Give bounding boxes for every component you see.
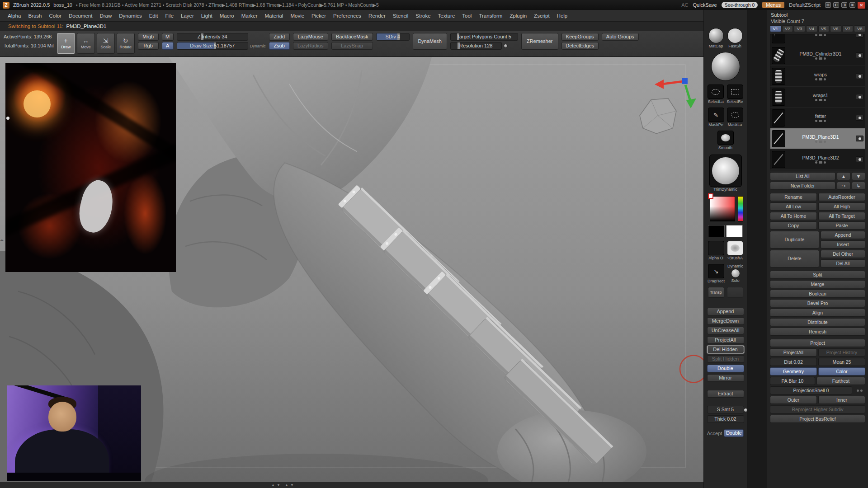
projectall-button[interactable]: ProjectAll bbox=[707, 336, 744, 344]
accept-double-button[interactable]: Double bbox=[724, 429, 744, 437]
double-button[interactable]: Double bbox=[707, 365, 744, 372]
menu-item-zplugin[interactable]: Zplugin bbox=[506, 12, 530, 20]
paste-button[interactable]: Paste bbox=[818, 221, 865, 230]
view-button-v5[interactable]: V5 bbox=[818, 25, 830, 32]
alpha-off-button[interactable] bbox=[708, 241, 724, 255]
project-basrelief-button[interactable]: Project BasRelief bbox=[770, 415, 865, 423]
menu-item-transform[interactable]: Transform bbox=[476, 12, 505, 20]
panel-left-icon[interactable]: ◧ bbox=[833, 2, 839, 8]
scale-mode-button[interactable]: ⇲ Scale bbox=[97, 33, 115, 54]
menu-item-stroke[interactable]: Stroke bbox=[412, 12, 434, 20]
menu-item-render[interactable]: Render bbox=[365, 12, 389, 20]
rgb-button[interactable]: Rgb bbox=[138, 42, 159, 50]
view-button-v7[interactable]: V7 bbox=[842, 25, 854, 32]
current-material-sphere[interactable] bbox=[711, 52, 740, 81]
z-intensity-slider[interactable]: Z Intensity 34 bbox=[177, 33, 248, 41]
active-brush-preview[interactable] bbox=[709, 155, 742, 187]
transp-button[interactable]: Transp bbox=[708, 287, 724, 298]
subtool-row[interactable]: PM3D_Cylinder3D1 bbox=[770, 45, 865, 66]
pa-blur-slider[interactable]: PA Blur 10 bbox=[770, 377, 815, 385]
move-out-folder-icon[interactable]: ↳ bbox=[852, 182, 865, 190]
resolution-slider[interactable]: Resolution 128 bbox=[450, 42, 502, 50]
del-other-button[interactable]: Del Other bbox=[821, 250, 865, 258]
visibility-eye-icon[interactable] bbox=[856, 52, 863, 58]
menu-item-color[interactable]: Color bbox=[46, 12, 64, 20]
mrgb-button[interactable]: Mrgb bbox=[138, 33, 159, 41]
align-button[interactable]: Align bbox=[770, 309, 865, 317]
dist-slider[interactable]: Dist 0.02 bbox=[770, 358, 817, 366]
close-window-button[interactable]: ✕ bbox=[858, 2, 865, 9]
mask-pen-brush-button[interactable]: ✎ bbox=[708, 108, 724, 122]
visibility-eye-icon[interactable] bbox=[856, 94, 863, 100]
mergedown-button[interactable]: MergeDown bbox=[707, 317, 744, 325]
menu-item-document[interactable]: Document bbox=[66, 12, 95, 20]
target-polygons-slider[interactable]: Target Polygons Count 5 bbox=[450, 33, 518, 41]
delete-button[interactable]: Delete bbox=[770, 250, 819, 267]
split-button[interactable]: Split bbox=[770, 271, 865, 279]
insert-subtool-button[interactable]: Insert bbox=[821, 240, 865, 249]
stroke-type-button[interactable]: ↘ bbox=[708, 264, 724, 278]
rename-button[interactable]: Rename bbox=[770, 193, 817, 201]
menu-item-macro[interactable]: Macro bbox=[217, 12, 237, 20]
view-button-v1[interactable]: V1 bbox=[770, 25, 781, 32]
boolean-button[interactable]: Boolean bbox=[770, 290, 865, 298]
all-to-home-button[interactable]: All To Home bbox=[770, 212, 817, 220]
autogroups-button[interactable]: Auto Groups bbox=[602, 33, 639, 41]
visibility-eye-icon[interactable] bbox=[856, 156, 863, 162]
subtool-row-selected[interactable]: PM3D_Plane3D1 bbox=[770, 128, 865, 149]
view-button-v2[interactable]: V2 bbox=[782, 25, 793, 32]
projectionshell-slider[interactable]: ProjectionShell 0 bbox=[770, 386, 852, 394]
split-hidden-button[interactable]: Split Hidden bbox=[707, 355, 744, 363]
select-lasso-brush-button[interactable] bbox=[708, 84, 724, 99]
draw-mode-button[interactable]: + Draw bbox=[57, 33, 75, 54]
mask-lasso-brush-button[interactable] bbox=[727, 108, 743, 122]
menu-item-help[interactable]: Help bbox=[554, 12, 571, 20]
lazysnap-button[interactable]: LazySnap bbox=[331, 42, 373, 50]
resolution-dot-button[interactable] bbox=[504, 44, 508, 48]
dynamesh-button[interactable]: DynaMesh bbox=[413, 33, 447, 50]
visibility-eye-icon[interactable] bbox=[856, 115, 863, 121]
all-to-target-button[interactable]: All To Target bbox=[818, 212, 865, 220]
subtool-row[interactable] bbox=[770, 34, 865, 45]
panel-right-icon[interactable]: ◨ bbox=[841, 2, 847, 8]
color-toggle-button[interactable]: Color bbox=[818, 367, 865, 375]
move-to-folder-icon[interactable]: ↪ bbox=[837, 182, 850, 190]
menu-item-light[interactable]: Light bbox=[198, 12, 216, 20]
detectedges-button[interactable]: DetectEdges bbox=[561, 42, 599, 50]
ghost-button[interactable] bbox=[727, 287, 743, 298]
geometry-toggle-button[interactable]: Geometry bbox=[770, 367, 817, 375]
menu-item-texture[interactable]: Texture bbox=[435, 12, 458, 20]
a-button[interactable]: A bbox=[162, 42, 174, 50]
hue-strip[interactable] bbox=[738, 196, 743, 221]
merge-button[interactable]: Merge bbox=[770, 280, 865, 288]
menu-item-picker[interactable]: Picker bbox=[308, 12, 329, 20]
brush-alpha-button[interactable] bbox=[727, 241, 743, 255]
rotate-mode-button[interactable]: ↻ Rotate bbox=[117, 33, 135, 54]
view-button-v6[interactable]: V6 bbox=[830, 25, 841, 32]
menus-toggle-button[interactable]: Menus bbox=[762, 2, 784, 8]
menu-item-file[interactable]: File bbox=[162, 12, 177, 20]
draw-size-slider[interactable]: Draw Size 51.18757 bbox=[177, 42, 248, 50]
lazymouse-button[interactable]: LazyMouse bbox=[293, 33, 328, 41]
color-picker[interactable] bbox=[708, 194, 743, 222]
subtool-row[interactable]: wraps1 bbox=[770, 87, 865, 108]
list-all-button[interactable]: List All bbox=[770, 172, 835, 180]
default-zscript-button[interactable]: DefaultZScript bbox=[789, 2, 821, 8]
matcap-material-sphere[interactable] bbox=[708, 28, 724, 43]
mirror-button[interactable]: Mirror bbox=[707, 374, 744, 382]
quicksave-button[interactable]: QuickSave bbox=[693, 2, 717, 8]
s-smt-slider[interactable]: S Smt 5 bbox=[707, 406, 744, 413]
subtool-panel-title[interactable]: Subtool bbox=[767, 11, 868, 18]
subtool-row[interactable]: PM3D_Plane3D2 bbox=[770, 149, 865, 170]
menu-item-movie[interactable]: Movie bbox=[287, 12, 307, 20]
s-smt-dot[interactable] bbox=[744, 408, 747, 412]
menu-item-brush[interactable]: Brush bbox=[25, 12, 45, 20]
farthest-button[interactable]: Farthest bbox=[816, 377, 865, 385]
all-low-button[interactable]: All Low bbox=[770, 202, 817, 211]
menu-item-zscript[interactable]: Zscript bbox=[531, 12, 553, 20]
keepgroups-button[interactable]: KeepGroups bbox=[561, 33, 599, 41]
move-down-button[interactable]: ▼ bbox=[852, 172, 865, 180]
remesh-button[interactable]: Remesh bbox=[770, 328, 865, 336]
layout-grid-icon[interactable]: ▦ bbox=[825, 2, 831, 8]
view-button-v3[interactable]: V3 bbox=[794, 25, 805, 32]
